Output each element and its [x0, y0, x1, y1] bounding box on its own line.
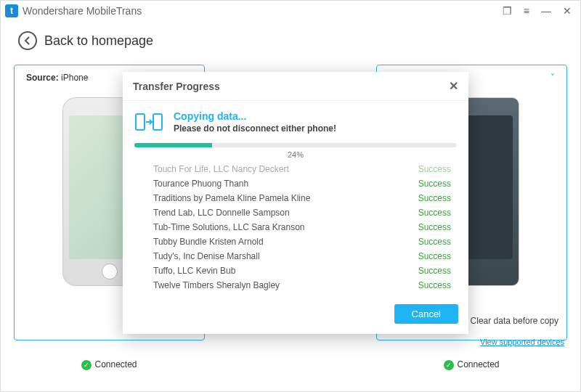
list-item: Traditions by Pamela Kline Pamela KlineS… [153, 191, 451, 205]
chevron-down-icon[interactable]: ˅ [550, 73, 555, 83]
menu-icon[interactable]: ≡ [524, 5, 529, 17]
dest-status: ✓Connected [377, 359, 566, 370]
progress-warning: Please do not disconnect either phone! [174, 123, 336, 134]
list-item: Twelve Timbers Sheralyn BagleySuccess [153, 278, 451, 291]
app-logo: t [5, 4, 18, 17]
clear-data-option[interactable]: Clear data before copy [457, 316, 558, 326]
cancel-button[interactable]: Cancel [394, 304, 458, 324]
app-title: Wondershare MobileTrans [23, 5, 142, 17]
list-item: Tudy's, Inc Denise MarshallSuccess [153, 249, 451, 264]
feedback-icon[interactable]: ❐ [503, 5, 512, 17]
list-item: Tub-Time Solutions, LLC Sara KransonSucc… [153, 220, 451, 234]
progress-bar [134, 143, 457, 147]
list-item: Trend Lab, LLC Donnelle SampsonSuccess [153, 205, 451, 220]
transfer-progress-dialog: Transfer Progress ✕ Copying data... Plea… [123, 72, 468, 334]
check-icon: ✓ [444, 360, 454, 370]
minimize-icon[interactable]: — [541, 5, 551, 17]
source-device: iPhone [61, 73, 88, 83]
svg-rect-3 [153, 114, 162, 130]
transfer-item-list[interactable]: Touch For Life, LLC Nancy DeckertSuccess… [134, 162, 457, 291]
source-label: Source: [26, 73, 59, 83]
svg-rect-2 [136, 114, 145, 130]
back-arrow-icon [18, 31, 37, 50]
progress-heading: Copying data... [174, 110, 336, 122]
back-label: Back to homepage [44, 33, 153, 49]
progress-percent: 24% [134, 150, 457, 159]
close-window-icon[interactable]: ✕ [563, 5, 572, 17]
supported-devices-link[interactable]: View supported devices [480, 338, 564, 346]
back-button[interactable]: Back to homepage [18, 31, 567, 50]
list-item: Tuffo, LLC Kevin BubSuccess [153, 264, 451, 278]
list-item: Tourance Phuong ThanhSuccess [153, 176, 451, 191]
close-icon[interactable]: ✕ [449, 79, 458, 93]
source-status: ✓Connected [15, 359, 204, 370]
check-icon: ✓ [81, 360, 92, 370]
dialog-title: Transfer Progress [133, 81, 220, 92]
transfer-icon [134, 110, 163, 134]
list-item: Tubby Bundle Kristen ArnoldSuccess [153, 234, 451, 249]
list-item: Touch For Life, LLC Nancy DeckertSuccess [153, 162, 451, 176]
